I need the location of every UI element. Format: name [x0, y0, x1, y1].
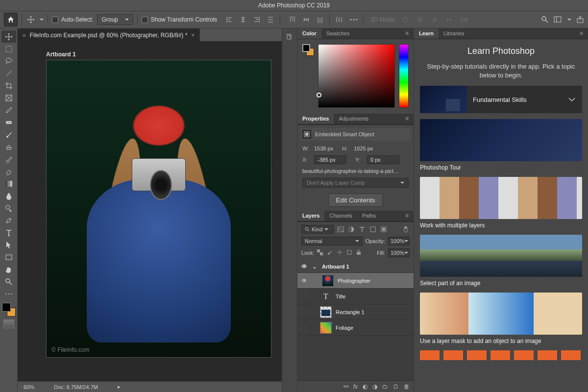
layer-thumbnail[interactable]: T: [320, 291, 332, 302]
filter-toggle-icon[interactable]: [402, 225, 410, 233]
adjustment-layer-icon[interactable]: ◑: [372, 383, 377, 390]
filter-pixel-icon[interactable]: [337, 225, 344, 233]
tutorial-card[interactable]: Use a layer mask to add an object to an …: [420, 293, 582, 344]
filter-type-icon[interactable]: [358, 225, 366, 233]
eyedropper-tool[interactable]: [1, 104, 16, 116]
panel-menu-icon[interactable]: ≡: [403, 113, 411, 124]
rectangle-tool[interactable]: [1, 251, 16, 263]
link-layers-icon[interactable]: ⚯: [343, 383, 348, 390]
panel-menu-icon[interactable]: ≡: [403, 28, 411, 39]
lasso-tool[interactable]: [1, 55, 16, 67]
document-tab[interactable]: « FileInfo.com Example.psd @ 60% (Photog…: [18, 28, 200, 41]
tutorial-card[interactable]: [420, 350, 582, 360]
tutorial-card[interactable]: Photoshop Tour: [420, 119, 582, 171]
tab-adjustments[interactable]: Adjustments: [334, 113, 373, 124]
new-group-icon[interactable]: 🗀: [382, 383, 388, 390]
color-swatch-stack[interactable]: [302, 44, 314, 56]
edit-toolbar-icon[interactable]: [1, 288, 16, 300]
auto-select-target-dropdown[interactable]: Group: [97, 14, 133, 25]
layer-mask-icon[interactable]: ◐: [363, 383, 368, 390]
visibility-icon[interactable]: 👁: [300, 263, 308, 270]
foreground-color-swatch[interactable]: [2, 303, 11, 312]
eraser-tool[interactable]: [1, 165, 16, 177]
clone-stamp-tool[interactable]: [1, 141, 16, 153]
tab-layers[interactable]: Layers: [297, 210, 324, 221]
zoom-level[interactable]: 60%: [24, 384, 34, 390]
filter-shape-icon[interactable]: [369, 225, 377, 233]
distribute-h-icon[interactable]: [265, 14, 276, 25]
tab-color[interactable]: Color: [297, 28, 321, 39]
layer-comp-dropdown[interactable]: Don't Apply Layer Comp: [302, 178, 409, 188]
magic-wand-tool[interactable]: [1, 67, 16, 79]
history-panel-icon[interactable]: [284, 32, 295, 43]
blend-mode-dropdown[interactable]: Normal: [301, 237, 363, 245]
frame-tool[interactable]: [1, 92, 16, 104]
visibility-icon[interactable]: [300, 294, 306, 299]
gradient-tool[interactable]: [1, 177, 16, 190]
distribute-spacing-icon[interactable]: [334, 14, 344, 25]
close-tab-icon[interactable]: ×: [191, 32, 195, 39]
layer-row[interactable]: Rectangle 1: [297, 304, 414, 320]
tab-swatches[interactable]: Swatches: [321, 28, 355, 39]
crop-tool[interactable]: [1, 79, 16, 92]
auto-select-checkbox[interactable]: Auto-Select:: [52, 16, 93, 23]
disclosure-icon[interactable]: ⌄: [312, 263, 318, 270]
align-bottom-icon[interactable]: [315, 14, 325, 25]
canvas[interactable]: Artboard 1 © FileInfo.com: [18, 41, 282, 381]
pen-tool[interactable]: [1, 214, 16, 226]
align-right-icon[interactable]: [251, 14, 262, 25]
lock-transparency-icon[interactable]: [317, 249, 324, 256]
align-center-v-icon[interactable]: [301, 14, 312, 25]
lock-image-icon[interactable]: [327, 249, 334, 256]
filter-adjustment-icon[interactable]: [347, 225, 355, 233]
fundamental-skills-accordion[interactable]: Fundamental Skills: [420, 86, 582, 113]
chevron-down-icon[interactable]: [567, 19, 571, 23]
show-transform-checkbox[interactable]: Show Transform Controls: [142, 16, 217, 23]
status-disclosure-icon[interactable]: ▸: [118, 384, 121, 390]
tab-paths[interactable]: Paths: [357, 210, 381, 221]
history-brush-tool[interactable]: [1, 153, 16, 165]
tutorial-card[interactable]: Select part of an image: [420, 235, 582, 287]
lock-all-icon[interactable]: [356, 249, 363, 256]
lock-position-icon[interactable]: [337, 249, 343, 256]
hue-slider[interactable]: [399, 44, 409, 108]
layer-thumbnail[interactable]: [322, 275, 334, 287]
move-tool[interactable]: [1, 30, 16, 43]
layer-thumbnail[interactable]: [320, 306, 332, 318]
layer-row[interactable]: Foliage: [297, 320, 414, 336]
brush-tool[interactable]: [1, 128, 16, 141]
chevron-down-icon[interactable]: [40, 19, 44, 23]
type-tool[interactable]: [1, 226, 16, 239]
tab-channels[interactable]: Channels: [324, 210, 357, 221]
path-selection-tool[interactable]: [1, 239, 16, 251]
more-options-icon[interactable]: [348, 14, 359, 25]
share-icon[interactable]: [576, 16, 584, 24]
delete-layer-icon[interactable]: 🗑: [404, 383, 410, 390]
layer-style-icon[interactable]: fx: [353, 383, 358, 390]
move-tool-indicator-icon[interactable]: [26, 15, 36, 24]
width-value[interactable]: 1538 px: [314, 146, 333, 151]
align-center-h-icon[interactable]: [238, 14, 248, 25]
quick-mask-toggle[interactable]: [3, 319, 14, 328]
x-input[interactable]: [314, 155, 346, 164]
tutorial-card[interactable]: Work with multiple layers: [420, 177, 582, 229]
layer-filter-kind-dropdown[interactable]: Kind: [301, 225, 334, 234]
panel-menu-icon[interactable]: ≡: [403, 210, 411, 221]
layer-thumbnail[interactable]: [320, 322, 332, 334]
align-left-icon[interactable]: [224, 14, 235, 25]
new-layer-icon[interactable]: 🗋: [393, 383, 399, 390]
opacity-input[interactable]: 100%: [388, 237, 410, 245]
fill-input[interactable]: 100%: [388, 248, 410, 257]
filter-smartobject-icon[interactable]: [380, 225, 388, 233]
visibility-icon[interactable]: 👁: [300, 277, 308, 284]
artboard-label[interactable]: Artboard 1: [46, 51, 76, 58]
height-value[interactable]: 1025 px: [354, 146, 373, 151]
y-input[interactable]: [367, 155, 399, 164]
edit-contents-button[interactable]: Edit Contents: [328, 194, 382, 207]
document-info[interactable]: Doc: 6.75M/24.7M: [54, 384, 98, 390]
foreground-background-colors[interactable]: [2, 303, 16, 317]
screen-mode-icon[interactable]: [554, 16, 563, 23]
layer-row[interactable]: 👁 Photographer: [297, 273, 414, 289]
layer-row[interactable]: T Title: [297, 289, 414, 304]
visibility-icon[interactable]: [300, 309, 306, 315]
